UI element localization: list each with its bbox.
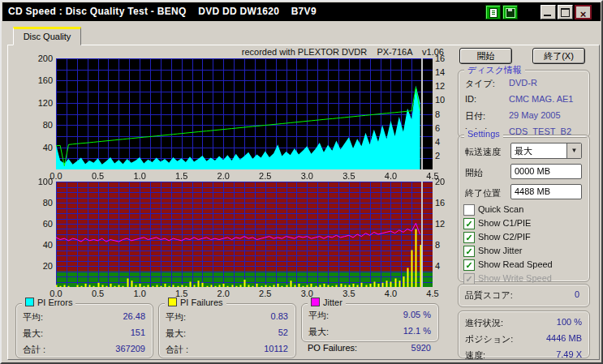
disc-info-box: ディスク情報 タイプ:DVD-RID:CMC MAG. AE1日付:29 May… [458, 70, 590, 138]
y-axis-right-tick: 2 [435, 151, 459, 161]
y-axis-right-tick: 14 [435, 67, 459, 77]
chevron-down-icon[interactable]: ▼ [566, 143, 581, 158]
y-axis-left-tick: 200 [2, 54, 53, 63]
y-axis-left-tick: 40 [2, 240, 53, 250]
disc-info-title: ディスク情報 [464, 64, 525, 76]
stat-row: 最大:12.1 % [302, 323, 438, 340]
close-button[interactable]: × [575, 5, 592, 19]
checkbox[interactable]: ✓ [463, 259, 475, 271]
y-axis-right-tick: 12 [435, 81, 459, 91]
y-axis-right-tick: 12 [435, 219, 459, 229]
row-value: 26.48 [123, 311, 145, 321]
row-label: 速度: [465, 349, 485, 362]
y-axis-left-tick: 80 [2, 198, 53, 208]
pi-failures-swatch [168, 298, 177, 306]
x-axis-tick: 0.5 [88, 171, 109, 181]
x-axis-tick: 2.0 [213, 171, 234, 181]
end-position-label: 終了位置 [465, 187, 501, 199]
row-value: CMC MAG. AE1 [509, 94, 573, 104]
stat-row: 平均:26.48 [16, 309, 153, 325]
checkbox-row-show-jitter: ✓Show Jitter [462, 245, 586, 258]
copy-icon[interactable] [485, 5, 501, 19]
y-axis-left-tick: 60 [2, 219, 53, 229]
checkbox[interactable]: ✓ [463, 246, 475, 257]
y-axis-left-tick: 120 [2, 98, 53, 108]
start-position-label: 開始 [465, 167, 483, 179]
checkbox-label: Quick Scan [478, 204, 523, 214]
row-value: 4446 MB [546, 333, 582, 343]
pi-failures-legend: PI Failures [165, 298, 226, 307]
y-axis-left-tick: 160 [2, 75, 53, 85]
stat-row: ID:CMC MAG. AE1 [459, 92, 589, 108]
row-value: 9.05 % [403, 310, 431, 319]
pi-failures-jitter-chart [56, 182, 433, 287]
settings-box: Settings 転送速度 最大 ▼ 開始 0000 MB 終了位置 4488 … [458, 135, 590, 282]
y-axis-right-tick: 4 [435, 261, 459, 271]
y-axis-right-tick: 6 [435, 123, 459, 133]
checkbox[interactable]: ✓ [463, 232, 475, 243]
y-axis-right-tick: 10 [435, 95, 459, 105]
checkbox-label: Show Write Speed [478, 273, 552, 283]
y-axis-left-tick: 100 [2, 177, 53, 186]
checkbox-label: Show C1/PIE [478, 218, 531, 228]
checkbox-list: Quick Scan✓Show C1/PIE✓Show C2/PIF✓Show … [462, 203, 586, 286]
row-label: 最大: [166, 328, 186, 340]
x-axis-tick: 2.5 [255, 171, 276, 181]
po-failures-label: PO Failures: [308, 343, 357, 353]
recorded-with-label: recorded with PLEXTOR DVDR PX-716A v1.06 [164, 47, 444, 57]
pi-errors-read-speed-chart [56, 58, 433, 169]
checkbox-label: Show Jitter [478, 246, 522, 255]
speed-label: 転送速度 [465, 146, 501, 158]
x-axis-tick: 2.5 [255, 289, 276, 298]
row-label: 平均: [166, 311, 186, 323]
row-value: 29 May 2005 [509, 110, 561, 120]
x-axis-tick: 1.0 [129, 289, 150, 298]
checkbox: ✓ [463, 273, 475, 285]
y-axis-left-tick: 80 [2, 120, 53, 130]
stat-row: 日付:29 May 2005 [459, 108, 589, 124]
y-axis-right-tick: 8 [435, 109, 459, 119]
quality-score-box: 品質スコア: 0 [458, 284, 590, 307]
y-axis-right-tick: 20 [435, 177, 459, 186]
titlebar[interactable]: CD Speed : Disc Quality Test - BENQ DVD … [2, 2, 601, 21]
stat-row: 進行状況:100 % [459, 315, 589, 331]
row-value: 367209 [115, 344, 145, 353]
progress-box: 進行状況:100 %ポジション:4446 MB速度:7.49 X [458, 310, 590, 358]
progress-rows: 進行状況:100 %ポジション:4446 MB速度:7.49 X [459, 315, 589, 363]
exit-button[interactable]: 終了(X) [532, 48, 585, 64]
y-axis-right-tick: 16 [435, 198, 459, 208]
row-value: 7.49 X [556, 349, 582, 359]
start-position-input[interactable]: 0000 MB [510, 164, 582, 179]
row-value: 10112 [264, 344, 288, 353]
jitter-legend: Jitter [308, 298, 346, 307]
checkbox[interactable]: ✓ [463, 218, 475, 229]
y-axis-left-tick: 40 [2, 143, 53, 152]
speed-select[interactable]: 最大 ▼ [510, 143, 582, 159]
row-label: ID: [465, 94, 476, 104]
row-label: 平均: [23, 311, 43, 323]
stat-row: 合計 :10112 [159, 341, 295, 358]
quality-score-label: 品質スコア: [465, 289, 513, 302]
y-axis-right-tick: 8 [435, 240, 459, 250]
row-label: 平均: [308, 310, 329, 322]
jitter-rows: 平均:9.05 %最大:12.1 % [302, 307, 438, 340]
stat-row: 速度:7.49 X [459, 347, 589, 363]
x-axis-tick: 3.0 [296, 171, 317, 181]
x-axis-tick: 4.0 [380, 289, 401, 298]
row-label: 合計 : [23, 344, 45, 356]
save-icon[interactable] [502, 5, 518, 19]
row-value: 12.1 % [403, 326, 431, 336]
stat-row: 最大:52 [159, 325, 295, 341]
jitter-stats-box: Jitter 平均:9.05 %最大:12.1 % [301, 303, 439, 342]
pi-failures-rows: 平均:0.83最大:52合計 :10112 [159, 309, 295, 358]
row-label: 最大: [308, 326, 329, 338]
minimize-button[interactable] [541, 5, 556, 19]
checkbox[interactable] [463, 204, 475, 216]
checkbox-row-show-read-speed: ✓Show Read Speed [462, 259, 586, 272]
speed-select-value: 最大 [515, 146, 532, 156]
start-button[interactable]: 開始 [459, 48, 512, 64]
end-position-input[interactable]: 4488 MB [510, 184, 582, 199]
maximize-button[interactable] [558, 5, 573, 19]
tab-disc-quality[interactable]: Disc Quality [13, 27, 81, 45]
x-axis-tick: 1.5 [171, 171, 192, 181]
